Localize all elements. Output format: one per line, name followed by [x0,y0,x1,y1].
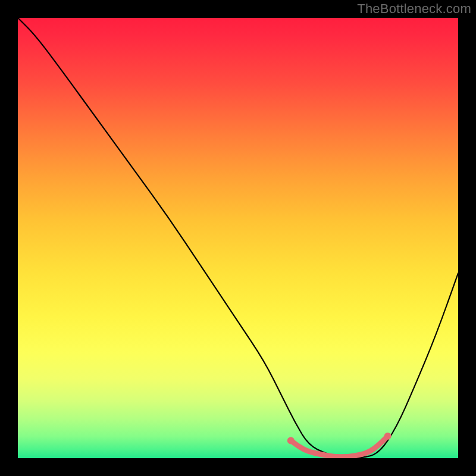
chart-frame: TheBottleneck.com [0,0,476,476]
curve-layer [18,18,458,458]
bottleneck-curve-line [18,18,458,458]
highlight-end-dot [287,437,295,444]
highlight-end-dot [384,433,392,440]
plot-area [18,18,458,458]
watermark-text: TheBottleneck.com [357,1,471,17]
highlight-dots [287,433,392,444]
